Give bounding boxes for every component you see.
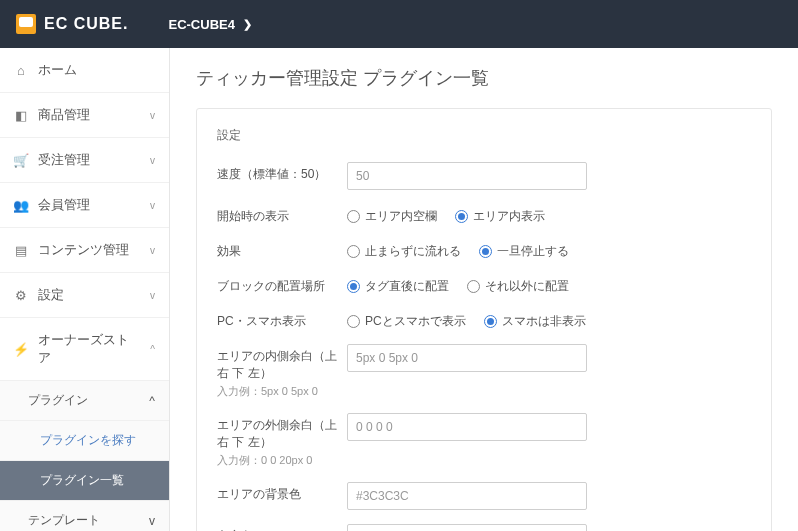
effect-opt1[interactable]: 止まらずに流れる <box>347 243 461 260</box>
sidebar-sub-template[interactable]: テンプレート v <box>0 501 169 531</box>
start_display-opt1[interactable]: エリア内空欄 <box>347 208 437 225</box>
chevron-icon: ^ <box>150 344 155 355</box>
chevron-up-icon: ^ <box>149 394 155 408</box>
topbar: EC CUBE. EC-CUBE4 ❯ <box>0 0 798 48</box>
sidebar-item-file[interactable]: ▤コンテンツ管理v <box>0 228 169 273</box>
chevron-icon: v <box>150 110 155 121</box>
chevron-icon: v <box>150 200 155 211</box>
chevron-icon: v <box>150 290 155 301</box>
card-heading: 設定 <box>217 127 751 144</box>
device-opt2[interactable]: スマホは非表示 <box>484 313 586 330</box>
row-device: PC・スマホ表示PCとスマホで表示スマホは非表示 <box>217 309 751 330</box>
plug-icon: ⚡ <box>14 342 28 356</box>
row-padding: エリアの内側余白（上 右 下 左） 入力例：5px 0 5px 0 <box>217 344 751 399</box>
cube-icon <box>16 14 36 34</box>
cart-icon: 🛒 <box>14 153 28 167</box>
sidebar-item-plug[interactable]: ⚡オーナーズストア^ <box>0 318 169 381</box>
chevron-icon: v <box>150 245 155 256</box>
home-icon: ⌂ <box>14 63 28 77</box>
radio-icon <box>347 210 360 223</box>
row-start_display: 開始時の表示エリア内空欄エリア内表示 <box>217 204 751 225</box>
owners-store-submenu: プラグイン ^ プラグインを探す プラグイン一覧 テンプレート v 認証キー設定 <box>0 381 169 531</box>
speed-input[interactable] <box>347 162 587 190</box>
effect-opt2[interactable]: 一旦停止する <box>479 243 569 260</box>
breadcrumb[interactable]: EC-CUBE4 ❯ <box>168 17 251 32</box>
row-textcolor: 文字色 <box>217 524 751 531</box>
radio-icon <box>479 245 492 258</box>
sidebar-sub-plugin-list[interactable]: プラグイン一覧 <box>0 461 169 501</box>
radio-icon <box>347 280 360 293</box>
sidebar-sub-plugin-search[interactable]: プラグインを探す <box>0 421 169 461</box>
chevron-down-icon: v <box>149 514 155 528</box>
row-effect: 効果止まらずに流れる一旦停止する <box>217 239 751 260</box>
radio-icon <box>347 245 360 258</box>
radio-icon <box>347 315 360 328</box>
device-opt1[interactable]: PCとスマホで表示 <box>347 313 466 330</box>
cube-icon: ◧ <box>14 108 28 122</box>
settings-card: 設定 速度（標準値：50） 開始時の表示エリア内空欄エリア内表示効果止まらずに流… <box>196 108 772 531</box>
textcolor-input[interactable] <box>347 524 587 531</box>
radio-icon <box>467 280 480 293</box>
gear-icon: ⚙ <box>14 288 28 302</box>
sidebar-item-cart[interactable]: 🛒受注管理v <box>0 138 169 183</box>
chevron-icon: v <box>150 155 155 166</box>
row-margin: エリアの外側余白（上 右 下 左） 入力例：0 0 20px 0 <box>217 413 751 468</box>
page-title: ティッカー管理設定 プラグイン一覧 <box>196 66 772 90</box>
chevron-right-icon: ❯ <box>243 18 252 31</box>
radio-icon <box>455 210 468 223</box>
start_display-opt2[interactable]: エリア内表示 <box>455 208 545 225</box>
bgcolor-input[interactable] <box>347 482 587 510</box>
sidebar-item-cube[interactable]: ◧商品管理v <box>0 93 169 138</box>
users-icon: 👥 <box>14 198 28 212</box>
sidebar-sub-plugin[interactable]: プラグイン ^ <box>0 381 169 421</box>
padding-input[interactable] <box>347 344 587 372</box>
sidebar-item-home[interactable]: ⌂ホーム <box>0 48 169 93</box>
margin-input[interactable] <box>347 413 587 441</box>
row-block_place: ブロックの配置場所タグ直後に配置それ以外に配置 <box>217 274 751 295</box>
sidebar: ⌂ホーム◧商品管理v🛒受注管理v👥会員管理v▤コンテンツ管理v⚙設定v⚡オーナー… <box>0 48 170 531</box>
main-content: ティッカー管理設定 プラグイン一覧 設定 速度（標準値：50） 開始時の表示エリ… <box>170 48 798 531</box>
file-icon: ▤ <box>14 243 28 257</box>
brand-logo[interactable]: EC CUBE. <box>16 14 128 34</box>
row-bgcolor: エリアの背景色 <box>217 482 751 510</box>
brand-text: EC CUBE <box>44 15 123 33</box>
sidebar-item-gear[interactable]: ⚙設定v <box>0 273 169 318</box>
block_place-opt1[interactable]: タグ直後に配置 <box>347 278 449 295</box>
radio-icon <box>484 315 497 328</box>
row-speed: 速度（標準値：50） <box>217 162 751 190</box>
sidebar-item-users[interactable]: 👥会員管理v <box>0 183 169 228</box>
block_place-opt2[interactable]: それ以外に配置 <box>467 278 569 295</box>
